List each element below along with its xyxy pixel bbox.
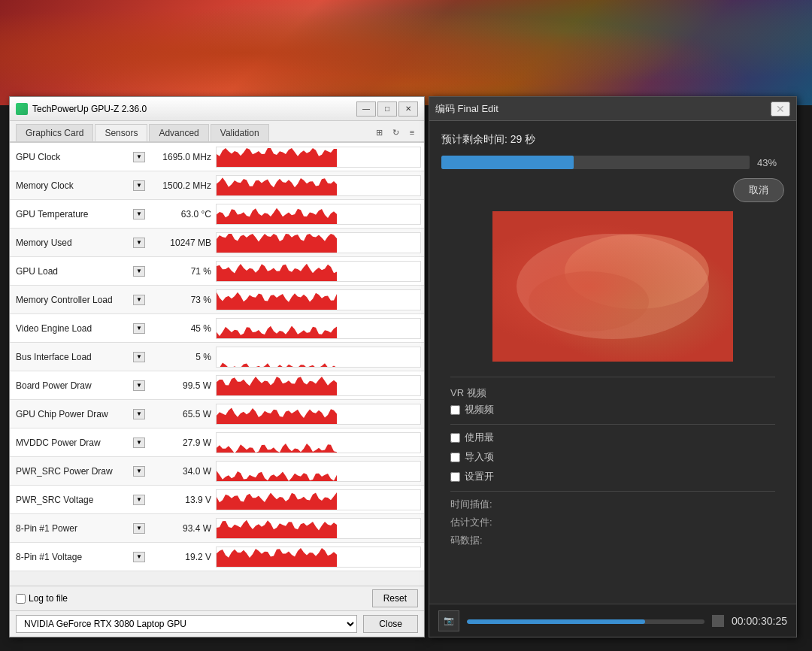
background-image bbox=[0, 0, 812, 105]
gpuz-minimize-button[interactable]: — bbox=[356, 101, 376, 117]
sensor-row: Memory Used▼10247 MB bbox=[10, 229, 424, 257]
timeline-camera-icon[interactable]: 📷 bbox=[438, 610, 459, 631]
import-label: 导入项 bbox=[465, 450, 494, 464]
sensor-row: MVDDC Power Draw▼27.9 W bbox=[10, 428, 424, 457]
timeline-cursor[interactable] bbox=[712, 615, 724, 627]
encoding-title: 编码 Final Edit bbox=[435, 102, 771, 116]
video-checkbox[interactable] bbox=[450, 405, 460, 415]
sensor-row: GPU Chip Power Draw▼65.5 W bbox=[10, 400, 424, 428]
gpuz-window: TechPowerUp GPU-Z 2.36.0 — □ ✕ Graphics … bbox=[9, 96, 425, 637]
sensor-dropdown[interactable]: ▼ bbox=[133, 180, 145, 191]
use-checkbox[interactable] bbox=[450, 433, 460, 443]
svg-rect-0 bbox=[492, 211, 733, 362]
sensor-value: 65.5 W bbox=[148, 409, 216, 419]
sensor-value: 13.9 V bbox=[148, 495, 216, 505]
sensor-row: Memory Controller Load▼73 % bbox=[10, 286, 424, 314]
sensor-value: 71 % bbox=[148, 266, 216, 277]
sensor-dropdown[interactable]: ▼ bbox=[133, 466, 145, 477]
checkbox-row-video: 视频频 bbox=[450, 403, 775, 416]
sensor-dropdown[interactable]: ▼ bbox=[133, 238, 145, 248]
sensor-value: 10247 MB bbox=[148, 238, 216, 248]
gpuz-app-icon bbox=[16, 103, 28, 115]
tab-sensors[interactable]: Sensors bbox=[95, 124, 147, 141]
sensor-dropdown[interactable]: ▼ bbox=[133, 266, 145, 277]
preview-image bbox=[492, 211, 733, 362]
sensor-row: Board Power Draw▼99.5 W bbox=[10, 371, 424, 400]
sensor-row: GPU Temperature▼63.0 °C bbox=[10, 200, 424, 229]
gpuz-title: TechPowerUp GPU-Z 2.36.0 bbox=[32, 104, 356, 114]
sensor-name: Memory Clock bbox=[13, 180, 133, 191]
svg-point-3 bbox=[529, 271, 649, 332]
sensors-scroll[interactable]: GPU Clock▼1695.0 MHzMemory Clock▼1500.2 … bbox=[10, 143, 424, 586]
sensor-name: PWR_SRC Power Draw bbox=[13, 466, 133, 477]
sensor-dropdown[interactable]: ▼ bbox=[133, 438, 145, 448]
gpuz-maximize-button[interactable]: □ bbox=[377, 101, 397, 117]
use-label: 使用最 bbox=[465, 431, 494, 444]
sensor-dropdown[interactable]: ▼ bbox=[133, 295, 145, 305]
timeline-timestamp: 00:00:30:25 bbox=[732, 615, 787, 627]
log-to-file-area: Log to file bbox=[16, 593, 68, 604]
timeline-bar: 📷 00:00:30:25 bbox=[429, 604, 796, 637]
checkbox-row-import: 导入项 bbox=[450, 450, 775, 464]
menu-icon[interactable]: ≡ bbox=[406, 126, 418, 138]
sensor-dropdown[interactable]: ▼ bbox=[133, 380, 145, 391]
sensor-dropdown[interactable]: ▼ bbox=[133, 209, 145, 220]
time-remaining-label: 预计剩余时间: 29 秒 bbox=[441, 133, 784, 147]
sensor-dropdown[interactable]: ▼ bbox=[133, 523, 145, 534]
sensor-value: 34.0 W bbox=[148, 466, 216, 477]
sensor-name: GPU Load bbox=[13, 266, 133, 277]
tab-validation[interactable]: Validation bbox=[211, 124, 269, 141]
sensor-value: 45 % bbox=[148, 323, 216, 334]
tab-advanced[interactable]: Advanced bbox=[149, 124, 208, 141]
encoding-close-button[interactable]: ✕ bbox=[771, 101, 790, 117]
sensor-value: 5 % bbox=[148, 352, 216, 362]
camera-icon[interactable]: ⊞ bbox=[373, 126, 385, 138]
gpu-model-select[interactable]: NVIDIA GeForce RTX 3080 Laptop GPU bbox=[16, 615, 357, 633]
sensor-name: 8-Pin #1 Voltage bbox=[13, 552, 133, 562]
import-checkbox[interactable] bbox=[450, 453, 460, 462]
field-row-bitrate: 码数据: bbox=[450, 534, 775, 547]
checkbox-row-use: 使用最 bbox=[450, 431, 775, 444]
sensor-name: PWR_SRC Voltage bbox=[13, 495, 133, 505]
close-button-main[interactable]: Close bbox=[363, 615, 418, 633]
sensor-graph bbox=[216, 347, 421, 368]
video-label: 视频频 bbox=[465, 403, 494, 416]
gpuz-titlebar-buttons: — □ ✕ bbox=[356, 101, 418, 117]
progress-percentage: 43% bbox=[757, 157, 784, 168]
timeline-progress-track[interactable] bbox=[467, 619, 704, 624]
gpuz-close-button[interactable]: ✕ bbox=[398, 101, 418, 117]
sensor-row: 8-Pin #1 Voltage▼19.2 V bbox=[10, 543, 424, 571]
timeline-progress-fill bbox=[467, 619, 645, 624]
sensor-row: GPU Clock▼1695.0 MHz bbox=[10, 143, 424, 171]
sensor-row: PWR_SRC Power Draw▼34.0 W bbox=[10, 457, 424, 486]
sensor-dropdown[interactable]: ▼ bbox=[133, 352, 145, 362]
encoding-title-bar: 编码 Final Edit ✕ bbox=[429, 97, 796, 121]
cancel-button[interactable]: 取消 bbox=[733, 178, 784, 202]
sensor-graph bbox=[216, 461, 421, 482]
est-file-label: 估计文件: bbox=[450, 516, 511, 529]
sensor-dropdown[interactable]: ▼ bbox=[133, 152, 145, 162]
sensor-name: Memory Controller Load bbox=[13, 295, 133, 305]
sensor-graph bbox=[216, 289, 421, 310]
sensor-value: 93.4 W bbox=[148, 523, 216, 534]
log-to-file-checkbox[interactable] bbox=[16, 594, 26, 604]
sensor-name: 8-Pin #1 Power bbox=[13, 523, 133, 534]
gpu-bar: NVIDIA GeForce RTX 3080 Laptop GPU Close bbox=[10, 610, 424, 637]
tab-graphics-card[interactable]: Graphics Card bbox=[16, 124, 93, 141]
sensor-dropdown[interactable]: ▼ bbox=[133, 323, 145, 334]
sensor-graph bbox=[216, 547, 421, 568]
sensor-row: Video Engine Load▼45 % bbox=[10, 314, 424, 343]
refresh-icon[interactable]: ↻ bbox=[389, 126, 401, 138]
sensor-graph bbox=[216, 261, 421, 282]
sensor-value: 1695.0 MHz bbox=[148, 152, 216, 162]
settings-label: 设置开 bbox=[465, 470, 494, 483]
svg-point-1 bbox=[517, 234, 709, 339]
sensor-value: 99.5 W bbox=[148, 380, 216, 391]
sensor-dropdown[interactable]: ▼ bbox=[133, 552, 145, 562]
sensor-dropdown[interactable]: ▼ bbox=[133, 495, 145, 505]
sensor-name: Memory Used bbox=[13, 238, 133, 248]
sensor-dropdown[interactable]: ▼ bbox=[133, 409, 145, 419]
sensor-graph bbox=[216, 489, 421, 510]
settings-checkbox[interactable] bbox=[450, 472, 460, 482]
reset-button[interactable]: Reset bbox=[372, 589, 418, 607]
